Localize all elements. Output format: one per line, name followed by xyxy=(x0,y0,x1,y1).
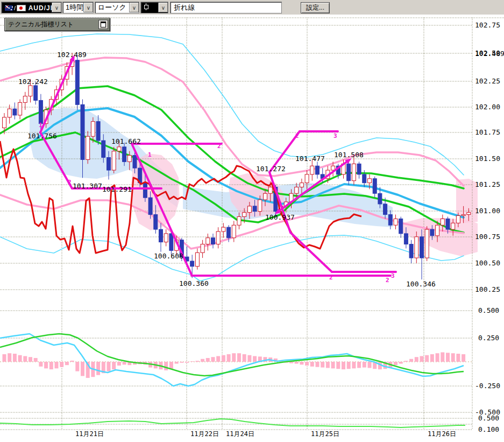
macd-histogram-bar xyxy=(430,354,434,362)
candle-body xyxy=(425,229,429,258)
macd-line xyxy=(0,334,464,386)
axis-high-label: 102.489 xyxy=(475,50,504,58)
macd-histogram-bar xyxy=(305,362,309,366)
candle-body xyxy=(394,219,397,225)
candle-body xyxy=(123,147,126,162)
candle-body xyxy=(222,227,225,231)
candle-body xyxy=(216,231,220,244)
macd-histogram-bar xyxy=(357,362,361,368)
line-type-label: 折れ線 xyxy=(174,3,195,12)
axis-price-label: 0.500 xyxy=(478,414,499,422)
candle-body xyxy=(441,219,444,225)
chart-canvas[interactable]: 102.75102.50102.25102.00101.75101.50101.… xyxy=(0,0,504,442)
candle-body xyxy=(357,164,361,174)
candle-body xyxy=(347,164,351,180)
candle-body xyxy=(258,200,262,212)
price-annotation: 101.307 xyxy=(73,182,102,190)
candle-body xyxy=(268,187,272,193)
wave-number-label: 2 xyxy=(386,277,389,284)
chevron-down-icon[interactable]: ∨ xyxy=(129,3,139,12)
macd-histogram-bar xyxy=(3,354,6,362)
macd-histogram-bar xyxy=(316,362,320,367)
macd-histogram-bar xyxy=(180,362,183,363)
technical-indicator-list-window[interactable]: テクニカル指標リスト xyxy=(4,18,110,31)
price-annotation: 101.272 xyxy=(256,165,286,173)
wave-number-label: 3 xyxy=(333,132,337,139)
macd-histogram-bar xyxy=(18,355,22,362)
chevron-down-icon[interactable]: ∨ xyxy=(52,3,61,12)
candle-body xyxy=(8,109,11,117)
line-type-field[interactable]: 折れ線 xyxy=(170,2,282,13)
price-annotation: 100.608 xyxy=(154,252,183,260)
candle-body xyxy=(462,215,465,216)
chevron-down-icon[interactable]: ∨ xyxy=(83,3,93,12)
candle-body xyxy=(117,147,121,151)
macd-histogram-bar xyxy=(81,362,84,376)
candle-body xyxy=(467,213,471,215)
candle-icon xyxy=(144,3,148,10)
axis-price-label: 101.50 xyxy=(475,155,500,163)
macd-histogram-bar xyxy=(190,361,194,362)
candle-body xyxy=(29,86,32,96)
chart-type-select[interactable]: ローソク ∨ xyxy=(95,2,139,13)
restore-window-button[interactable] xyxy=(98,20,108,29)
macd-histogram-bar xyxy=(243,354,246,362)
axis-price-label: 0.100 xyxy=(478,425,499,433)
candle-body xyxy=(96,122,100,141)
wave-number-label: 2 xyxy=(329,274,333,281)
macd-histogram-bar xyxy=(399,362,403,364)
macd-histogram-bar xyxy=(34,358,38,362)
candle-body xyxy=(81,104,84,159)
candle-body xyxy=(164,234,168,242)
price-annotation: 100.937 xyxy=(265,213,295,221)
macd-histogram-bar xyxy=(232,353,236,362)
timeframe-select[interactable]: 1時間足 ∨ xyxy=(62,2,94,13)
candle-body xyxy=(415,237,418,258)
macd-histogram-bar xyxy=(352,362,356,368)
candle-body xyxy=(232,225,236,238)
candle-body xyxy=(384,204,387,215)
axis-price-label: 101.75 xyxy=(475,128,500,136)
axis-price-label: 102.75 xyxy=(475,21,500,29)
candle-body xyxy=(201,244,204,253)
macd-histogram-bar xyxy=(13,354,17,362)
candle-body xyxy=(264,193,267,200)
axis-price-label: 100.75 xyxy=(475,233,500,241)
settings-button[interactable]: 設定... xyxy=(301,2,330,13)
chevron-down-icon[interactable]: ∨ xyxy=(158,3,168,12)
macd-histogram-bar xyxy=(436,353,439,362)
wave-number-label: 2 xyxy=(68,179,72,186)
candle-body xyxy=(159,229,163,242)
axis-date-label: 11月24日 xyxy=(226,430,254,438)
macd-histogram-bar xyxy=(363,362,366,368)
macd-histogram-bar xyxy=(295,362,299,364)
axis-price-label: 102.25 xyxy=(475,77,500,85)
candle-body xyxy=(206,238,210,244)
japan-flag-icon xyxy=(17,5,26,11)
macd-histogram-bar xyxy=(185,362,189,363)
candle-body xyxy=(295,187,299,193)
macd-histogram-bar xyxy=(342,362,345,369)
macd-histogram-bar xyxy=(331,362,335,368)
macd-histogram-bar xyxy=(321,362,324,368)
currency-pair-select[interactable]: / AUD/JPY ∨ xyxy=(1,2,62,13)
macd-histogram-bar xyxy=(347,362,351,369)
candle-body xyxy=(211,238,215,244)
axis-date-label: 11月22日 xyxy=(190,430,219,438)
wave-number-label: 2 xyxy=(217,143,221,150)
macd-histogram-bar xyxy=(39,362,42,367)
macd-histogram-bar xyxy=(451,353,455,362)
candle-body xyxy=(102,141,105,157)
chart-type-label: ローソク xyxy=(95,3,129,12)
axis-price-label: -0.250 xyxy=(475,382,500,390)
candle-body xyxy=(430,229,434,236)
price-annotation: 100.346 xyxy=(406,280,436,288)
wave-number-label: 1 xyxy=(148,151,152,158)
macd-histogram-bar xyxy=(425,355,429,362)
macd-histogram-bar xyxy=(237,353,241,362)
candle-body xyxy=(34,86,38,100)
macd-histogram-bar xyxy=(420,356,424,362)
macd-histogram-bar xyxy=(44,362,48,368)
candle-color-select[interactable]: ∨ xyxy=(140,2,168,13)
macd-histogram-bar xyxy=(75,362,79,371)
